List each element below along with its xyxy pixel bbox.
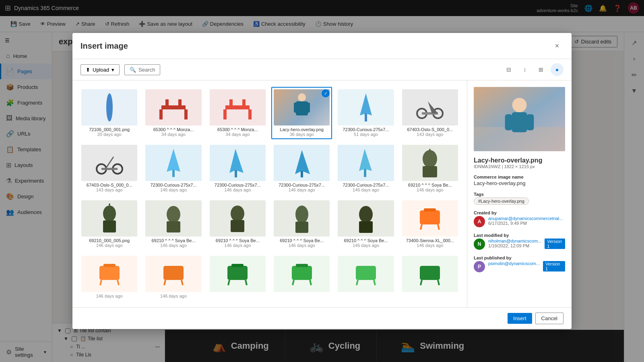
- image-item-20[interactable]: 146 days ago: [143, 253, 204, 301]
- image-name-9: 72300-Curious-275x7...: [210, 183, 266, 187]
- filter-button[interactable]: ⊟: [502, 63, 515, 76]
- circle-button[interactable]: ●: [551, 63, 564, 76]
- svg-marker-20: [428, 101, 438, 113]
- image-date-2: 34 days ago: [145, 132, 201, 137]
- upload-icon: ⬆: [86, 67, 90, 73]
- svg-rect-13: [294, 103, 298, 113]
- image-item-15[interactable]: 69210 ^ ^ ^ Soya Be... 146 days ago: [207, 198, 268, 250]
- svg-marker-15: [360, 93, 372, 115]
- image-item-16[interactable]: 69210 ^ ^ ^ Soya Be... 146 days ago: [271, 198, 332, 250]
- svg-line-56: [164, 280, 165, 285]
- image-item-21[interactable]: [207, 253, 268, 301]
- svg-line-60: [246, 280, 247, 285]
- svg-rect-69: [420, 266, 440, 280]
- image-date-13: 146 days ago: [81, 243, 137, 248]
- image-item-8[interactable]: 72300-Curious-275x7... 146 days ago: [143, 142, 204, 195]
- svg-rect-16: [365, 113, 367, 121]
- grid-view-button[interactable]: ⊞: [535, 63, 547, 76]
- svg-marker-31: [359, 149, 372, 171]
- svg-rect-14: [306, 103, 310, 113]
- image-item-14[interactable]: 69210 ^ ^ ^ Soya Be... 146 days ago: [143, 198, 204, 250]
- svg-rect-40: [167, 221, 180, 232]
- image-date-14: 146 days ago: [145, 243, 201, 248]
- svg-rect-75: [512, 112, 527, 132]
- upload-button[interactable]: ⬆ Upload ▾: [80, 64, 120, 75]
- created-by-avatar: A: [474, 216, 485, 227]
- image-thumb-15: [210, 200, 266, 237]
- svg-rect-65: [296, 264, 308, 267]
- svg-rect-2: [165, 99, 169, 107]
- image-item-11[interactable]: 72300-Curious-275x7... 146 days ago: [335, 142, 396, 195]
- last-modified-avatar: N: [474, 239, 485, 250]
- sort-button[interactable]: ↕: [518, 63, 531, 76]
- svg-rect-5: [184, 109, 188, 119]
- image-thumb-8: [145, 145, 201, 181]
- svg-point-36: [103, 206, 116, 222]
- image-item-3[interactable]: 65300 ^ ^ ^ Monza... 34 days ago: [207, 87, 268, 139]
- image-thumb-14: [145, 200, 201, 237]
- image-item-10[interactable]: 72300-Curious-275x7... 146 days ago: [271, 142, 332, 195]
- image-thumb-5: [338, 89, 394, 125]
- image-thumb-12: [402, 145, 458, 181]
- image-item-2[interactable]: 65300 ^ ^ ^ Monza... 34 days ago: [143, 87, 204, 139]
- cancel-button[interactable]: Cancel: [535, 313, 564, 324]
- image-item-7[interactable]: 67403-Oslo-S_000_0... 143 days ago: [79, 142, 140, 195]
- image-item-5[interactable]: 72300-Curious-275x7... 51 days ago: [335, 87, 396, 139]
- image-item-9[interactable]: 72300-Curious-275x7... 146 days ago: [207, 142, 268, 195]
- image-item-23[interactable]: [335, 253, 396, 301]
- svg-marker-25: [167, 149, 180, 172]
- last-modified-version-badge: Version 1: [545, 239, 565, 249]
- image-name-6: 67403-Oslo-S_000_0...: [402, 127, 458, 132]
- image-item-22[interactable]: [271, 253, 332, 301]
- insert-button[interactable]: Insert: [508, 313, 532, 324]
- svg-line-49: [438, 224, 439, 230]
- svg-rect-77: [526, 114, 534, 130]
- image-thumb-7: [81, 145, 137, 181]
- image-item-17[interactable]: 69210 ^ ^ ^ Soya Be... 146 days ago: [335, 198, 396, 250]
- svg-line-64: [310, 280, 311, 285]
- image-thumb-4: [274, 89, 330, 125]
- image-name-15: 69210 ^ ^ ^ Soya Be...: [210, 238, 266, 243]
- image-grid[interactable]: 72106_000_001.png 20 days ago 65300 ^ ^ …: [72, 80, 467, 307]
- image-item-24[interactable]: [400, 253, 460, 301]
- image-name-7: 67403-Oslo-S_000_0...: [81, 183, 137, 187]
- image-thumb-6: [402, 89, 458, 125]
- svg-line-57: [182, 280, 183, 285]
- svg-point-33: [423, 150, 437, 168]
- svg-rect-30: [301, 171, 303, 177]
- image-date-9: 146 days ago: [210, 187, 266, 192]
- search-box[interactable]: 🔍 Search: [124, 64, 160, 75]
- modal-title: Insert image: [80, 41, 551, 51]
- svg-rect-1: [161, 105, 186, 109]
- image-name-10: 72300-Curious-275x7...: [274, 183, 330, 187]
- last-published-version-badge: Version 1: [543, 261, 565, 272]
- image-name-3: 65300 ^ ^ ^ Monza...: [210, 127, 266, 132]
- detail-last-published: Last published by P psimolin@dynamicscom…: [474, 255, 565, 272]
- created-by-user-row: A anupamar@dynamicscommercetrial... 6/17…: [474, 216, 565, 227]
- image-date-8: 146 days ago: [145, 187, 201, 192]
- svg-line-67: [357, 280, 358, 285]
- svg-line-70: [421, 280, 422, 285]
- image-item-6[interactable]: 67403-Oslo-S_000_0... 143 days ago: [400, 87, 460, 139]
- image-name-18: 73400-Sienna-XL_000...: [402, 238, 458, 243]
- svg-rect-44: [295, 222, 308, 233]
- last-published-info: psimolin@dynamicscom...: [488, 261, 540, 266]
- svg-point-45: [359, 206, 373, 223]
- detail-image-preview: [474, 87, 565, 151]
- detail-panel: Lacy-hero-overlay.png IDNMA1NWZ | 1822 ×…: [467, 80, 572, 307]
- image-item-4[interactable]: ✓ Lacy-hero-overlay.png 36 days ago: [271, 87, 332, 139]
- image-item-1[interactable]: 72106_000_001.png 20 days ago: [79, 87, 140, 139]
- image-thumb-10: [274, 145, 330, 181]
- image-item-19[interactable]: 146 days ago: [79, 253, 140, 301]
- image-item-18[interactable]: 73400-Sienna-XL_000... 146 days ago: [400, 198, 460, 250]
- image-item-13[interactable]: 69210_000_005.png 146 days ago: [79, 198, 140, 250]
- detail-last-modified: Last modified by N niholman@dynamicscom.…: [474, 233, 565, 250]
- image-name-13: 69210_000_005.png: [81, 238, 137, 243]
- image-date-5: 51 days ago: [338, 132, 394, 137]
- modal-close-button[interactable]: ×: [551, 39, 564, 52]
- image-thumb-3: [210, 89, 266, 125]
- svg-rect-66: [356, 266, 376, 280]
- image-item-12[interactable]: 69210 ^ ^ ^ Soya Be... 146 days ago: [400, 142, 460, 195]
- svg-marker-29: [295, 150, 310, 174]
- detail-created-by: Created by A anupamar@dynamicscommercetr…: [474, 210, 565, 227]
